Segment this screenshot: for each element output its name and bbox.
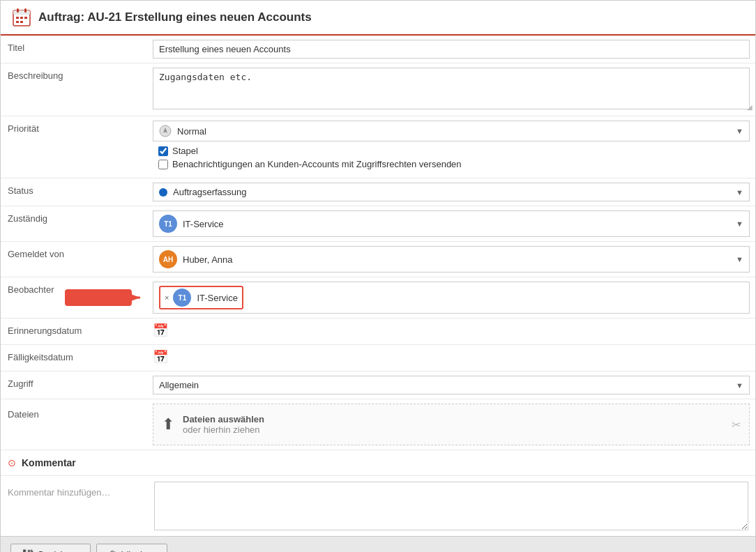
gemeldet-dropdown[interactable]: AH Huber, Anna ▼: [153, 246, 750, 273]
zustandig-dropdown-arrow: ▼: [736, 220, 743, 228]
zugriff-dropdown[interactable]: Allgemein ▼: [153, 376, 750, 394]
gemeldet-row: Gemeldet von AH Huber, Anna ▼: [1, 242, 755, 277]
titel-field: [147, 36, 755, 63]
priority-icon: [159, 125, 172, 137]
save-label: Speichern: [38, 549, 79, 552]
beobachter-input-field[interactable]: × T1 IT-Service: [153, 282, 750, 314]
delete-label: Löschen: [121, 549, 156, 552]
benachrichtigung-label[interactable]: Benachrichtigungen an Kunden-Accounts mi…: [172, 159, 462, 169]
beschreibung-field: Zugangsdaten etc. ◢: [147, 63, 755, 116]
status-dropdown[interactable]: Auftragserfassung ▼: [153, 183, 750, 201]
prioritaet-field: Normal ▼ Stapel Benachrichtigungen an Ku…: [147, 116, 755, 178]
beschreibung-label: Beschreibung: [1, 63, 147, 88]
zugriff-label: Zugriff: [1, 371, 147, 396]
svg-rect-5: [20, 17, 23, 19]
stapel-checkbox[interactable]: [158, 146, 168, 156]
stapel-label[interactable]: Stapel: [172, 146, 198, 156]
status-field: Auftragserfassung ▼: [147, 178, 755, 206]
svg-rect-8: [20, 21, 23, 23]
beobachter-tag: × T1 IT-Service: [159, 286, 243, 309]
zugriff-row: Zugriff Allgemein ▼: [1, 371, 755, 399]
resize-handle: ◢: [747, 103, 754, 110]
delete-button[interactable]: 🗑 Löschen: [96, 544, 167, 552]
beobachter-field: × T1 IT-Service: [147, 277, 755, 318]
kommentar-title: Kommentar: [22, 457, 76, 468]
upload-text: Dateien auswählen oder hierhin ziehen: [183, 414, 264, 435]
beschreibung-row: Beschreibung Zugangsdaten etc. ◢: [1, 63, 755, 116]
svg-rect-1: [13, 10, 30, 15]
zustandig-field: T1 IT-Service ▼: [147, 206, 755, 241]
beschreibung-textarea[interactable]: Zugangsdaten etc.: [153, 68, 750, 109]
titel-label: Titel: [1, 36, 147, 60]
upload-icon: ⬆: [162, 415, 174, 434]
faelligkeitsdatum-field: 📅: [147, 345, 755, 369]
prioritaet-dropdown-arrow: ▼: [736, 127, 743, 135]
stapel-checkbox-item: Stapel: [158, 146, 462, 156]
status-dot: [159, 188, 167, 197]
dateien-row: Dateien ⬆ Dateien auswählen oder hierhin…: [1, 399, 755, 450]
prioritaet-row: Priorität Normal ▼ Stapel: [1, 116, 755, 178]
save-button[interactable]: 💾 Speichern: [10, 544, 91, 552]
titel-input[interactable]: [153, 40, 750, 59]
erinnerungsdatum-calendar-icon[interactable]: 📅: [153, 323, 168, 338]
prioritaet-value: Normal: [177, 126, 206, 137]
priority-display: Normal: [159, 125, 736, 137]
gemeldet-dropdown-arrow: ▼: [736, 255, 743, 263]
gemeldet-avatar: AH: [159, 250, 177, 268]
scissors-icon: ✂: [732, 418, 741, 431]
dateien-field: ⬆ Dateien auswählen oder hierhin ziehen …: [147, 399, 755, 450]
checkbox-area: Stapel Benachrichtigungen an Kunden-Acco…: [153, 141, 467, 174]
kommentar-icon: ⊙: [8, 457, 16, 468]
zugriff-field: Allgemein ▼: [147, 371, 755, 399]
beobachter-label: Beobachter: [1, 277, 147, 302]
gemeldet-value: Huber, Anna: [183, 254, 233, 265]
upload-primary-text: Dateien auswählen: [183, 414, 264, 424]
beobachter-tag-value: IT-Service: [197, 293, 238, 303]
faelligkeitsdatum-calendar-icon[interactable]: 📅: [153, 349, 168, 365]
page-header: Auftrag: AU-21 Erstellung eines neuen Ac…: [1, 1, 755, 36]
erinnerungsdatum-row: Erinnerungsdatum 📅: [1, 319, 755, 345]
prioritaet-select[interactable]: Normal ▼: [153, 121, 750, 141]
dateien-upload-area[interactable]: ⬆ Dateien auswählen oder hierhin ziehen …: [153, 404, 750, 445]
erinnerungsdatum-label: Erinnerungsdatum: [1, 319, 147, 343]
prioritaet-label: Priorität: [1, 116, 147, 141]
zugriff-value: Allgemein: [159, 380, 199, 390]
gemeldet-field: AH Huber, Anna ▼: [147, 242, 755, 277]
zustandig-dropdown[interactable]: T1 IT-Service ▼: [153, 210, 750, 237]
save-icon: 💾: [22, 549, 33, 552]
tag-close-icon[interactable]: ×: [165, 293, 169, 302]
kommentar-section-header: ⊙ Kommentar: [1, 450, 755, 476]
erinnerungsdatum-field: 📅: [147, 319, 755, 342]
form-container: Titel Beschreibung Zugangsdaten etc. ◢ P…: [1, 36, 755, 450]
zustandig-row: Zuständig T1 IT-Service ▼: [1, 206, 755, 242]
titel-row: Titel: [1, 36, 755, 63]
benachrichtigung-checkbox[interactable]: [158, 160, 168, 169]
auftrag-icon: [12, 8, 31, 27]
zugriff-dropdown-arrow: ▼: [736, 381, 743, 390]
svg-rect-7: [16, 21, 19, 23]
status-value: Auftragserfassung: [173, 187, 247, 197]
status-row: Status Auftragserfassung ▼: [1, 178, 755, 206]
status-dropdown-arrow: ▼: [736, 188, 743, 197]
beobachter-avatar: T1: [173, 289, 191, 307]
svg-rect-3: [24, 8, 27, 13]
dateien-label: Dateien: [1, 399, 147, 427]
page-wrapper: Auftrag: AU-21 Erstellung eines neuen Ac…: [0, 0, 756, 552]
kommentar-area: Kommentar hinzufügen…: [1, 476, 755, 536]
svg-rect-6: [24, 17, 27, 19]
svg-rect-4: [16, 17, 19, 19]
svg-rect-2: [17, 8, 19, 13]
zustandig-avatar: T1: [159, 215, 177, 233]
kommentar-textarea[interactable]: [154, 482, 748, 530]
zustandig-value: IT-Service: [183, 219, 224, 229]
gemeldet-label: Gemeldet von: [1, 242, 147, 266]
faelligkeitsdatum-row: Fälligkeitsdatum 📅: [1, 345, 755, 371]
benachrichtigung-checkbox-item: Benachrichtigungen an Kunden-Accounts mi…: [158, 159, 462, 169]
delete-icon: 🗑: [108, 549, 117, 552]
upload-drag-text: oder hierhin ziehen: [183, 424, 264, 435]
beobachter-row: Beobachter ×: [1, 277, 755, 319]
page-title: Auftrag: AU-21 Erstellung eines neuen Ac…: [38, 10, 312, 24]
faelligkeitsdatum-label: Fälligkeitsdatum: [1, 345, 147, 369]
footer-bar: 💾 Speichern 🗑 Löschen: [1, 536, 755, 552]
zustandig-label: Zuständig: [1, 206, 147, 231]
